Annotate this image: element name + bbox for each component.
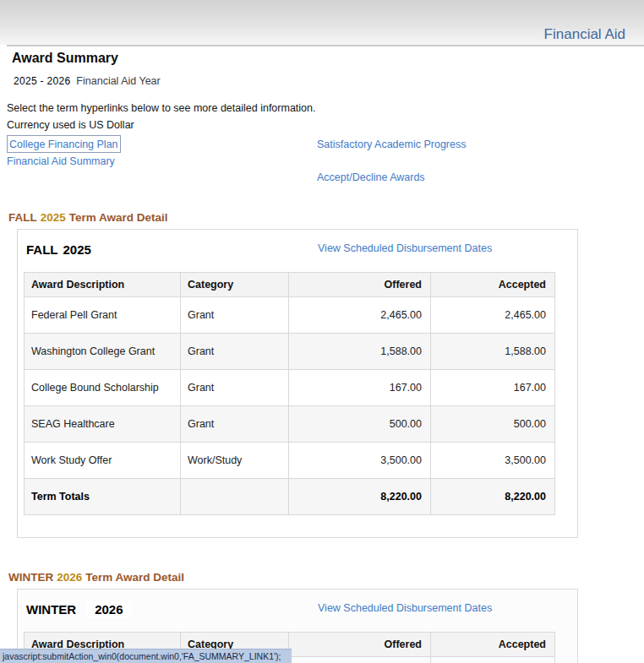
col-accepted: Accepted — [431, 273, 555, 297]
accepted-cell: 2,465.00 — [431, 297, 555, 334]
page-title: Award Summary — [12, 51, 118, 66]
award-description-cell: Washington College Grant — [25, 334, 181, 370]
fall-term-label: FALL — [8, 211, 37, 224]
offered-cell: 500.00 — [289, 406, 431, 443]
financial-aid-summary-link[interactable]: Financial Aid Summary — [7, 155, 115, 167]
col-offered: Offered — [289, 633, 431, 657]
fall-panel-term: FALL — [26, 242, 58, 257]
app-title: Financial Aid — [544, 26, 625, 43]
col-award-description: Award Description — [25, 273, 181, 297]
satisfactory-academic-progress-link[interactable]: Satisfactory Academic Progress — [317, 139, 466, 150]
fall-heading-suffix: Term Award Detail — [69, 211, 168, 224]
accepted-cell — [431, 657, 555, 663]
winter-term-label: WINTER — [8, 571, 53, 584]
aid-year-value: 2025 - 2026 — [14, 75, 70, 87]
offered-cell: 1,588.00 — [289, 334, 431, 370]
winter-heading-suffix: Term Award Detail — [85, 571, 184, 584]
college-financing-plan-link[interactable]: College Financing Plan — [9, 139, 118, 150]
fall-awards-table: Award Description Category Offered Accep… — [24, 272, 555, 515]
browser-status-tooltip: javascript:submitAction_win0(document.wi… — [0, 649, 292, 663]
accepted-cell: 1,588.00 — [431, 334, 555, 370]
fall-panel-title: FALL2025 — [26, 242, 91, 257]
award-description-cell: College Bound Scholarship — [25, 370, 181, 406]
col-offered: Offered — [289, 273, 431, 297]
currency-note: Currency used is US Dollar — [7, 119, 134, 131]
winter-panel-title: WINTER2026 — [26, 602, 132, 617]
table-row: Washington College Grant Grant 1,588.00 … — [25, 334, 555, 370]
fall-view-disbursement-dates-link[interactable]: View Scheduled Disbursement Dates — [318, 242, 492, 254]
fall-term-panel: FALL2025 View Scheduled Disbursement Dat… — [17, 229, 578, 538]
term-totals-offered: 8,220.00 — [289, 479, 431, 515]
term-totals-row: Term Totals 8,220.00 8,220.00 — [25, 479, 555, 515]
col-category: Category — [181, 273, 289, 297]
accepted-cell: 500.00 — [431, 406, 555, 443]
category-cell: Grant — [181, 406, 289, 443]
table-row: College Bound Scholarship Grant 167.00 1… — [25, 370, 555, 406]
table-row: Work Study Offer Work/Study 3,500.00 3,5… — [25, 443, 555, 479]
header-divider — [7, 45, 644, 46]
award-description-cell: SEAG Healthcare — [25, 406, 181, 443]
category-cell: Grant — [181, 334, 289, 370]
fall-panel-title-row: FALL2025 View Scheduled Disbursement Dat… — [18, 230, 577, 261]
aid-year-label: Financial Aid Year — [76, 75, 160, 87]
offered-cell: 3,500.00 — [289, 443, 431, 479]
table-row: Federal Pell Grant Grant 2,465.00 2,465.… — [25, 297, 555, 334]
winter-panel-title-row: WINTER2026 View Scheduled Disbursement D… — [18, 590, 577, 621]
fall-section-heading: FALL2025Term Award Detail — [8, 211, 168, 224]
fall-panel-year: 2025 — [63, 242, 91, 257]
category-cell: Grant — [181, 297, 289, 334]
winter-panel-term: WINTER — [26, 602, 76, 617]
term-totals-label: Term Totals — [25, 479, 181, 515]
term-totals-accepted: 8,220.00 — [431, 479, 555, 515]
fall-year-label: 2025 — [41, 211, 66, 224]
offered-cell: 167.00 — [289, 370, 431, 406]
accepted-cell: 3,500.00 — [431, 443, 555, 479]
winter-section-heading: WINTER2026Term Award Detail — [8, 571, 184, 584]
offered-cell: 2,465.00 — [289, 297, 431, 334]
award-description-cell: Work Study Offer — [25, 443, 181, 479]
aid-year-line: 2025 - 2026Financial Aid Year — [14, 75, 161, 87]
term-totals-category — [181, 479, 289, 515]
instruction-text: Select the term hyperlinks below to see … — [7, 102, 315, 114]
accepted-cell: 167.00 — [431, 370, 555, 406]
award-summary-screen: Financial Aid Award Summary 2025 - 2026F… — [0, 0, 644, 663]
col-accepted: Accepted — [431, 633, 555, 657]
award-description-cell: Federal Pell Grant — [25, 297, 181, 334]
winter-view-disbursement-dates-link[interactable]: View Scheduled Disbursement Dates — [318, 602, 492, 614]
winter-year-label: 2026 — [57, 571, 82, 584]
accept-decline-awards-link[interactable]: Accept/Decline Awards — [317, 171, 425, 183]
fall-table-header-row: Award Description Category Offered Accep… — [25, 273, 555, 297]
category-cell: Work/Study — [181, 443, 289, 479]
table-row: SEAG Healthcare Grant 500.00 500.00 — [25, 406, 555, 443]
left-links-group: College Financing Plan Financial Aid Sum… — [7, 135, 121, 169]
winter-panel-year: 2026 — [86, 601, 131, 617]
offered-cell — [289, 657, 431, 663]
category-cell: Grant — [181, 370, 289, 406]
